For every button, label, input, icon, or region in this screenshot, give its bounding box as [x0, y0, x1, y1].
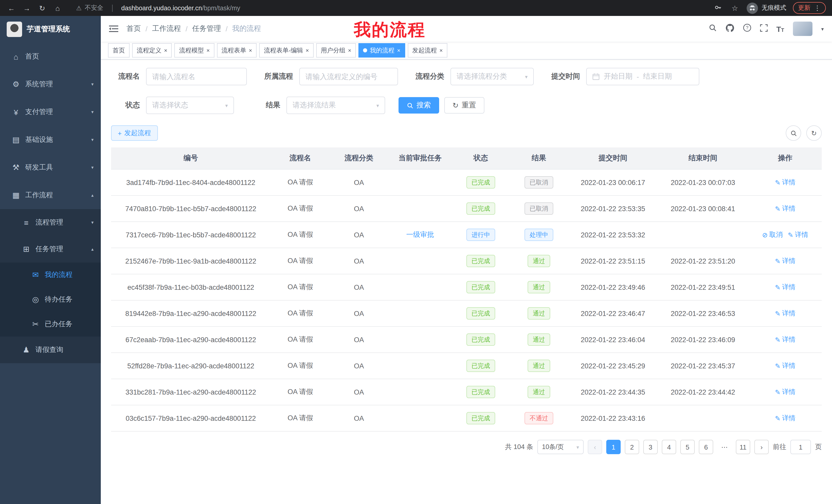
sidebar-item-devtools[interactable]: ⚒ 研发工具 ▾ [0, 153, 101, 181]
fullscreen-icon[interactable] [760, 24, 768, 34]
detail-link[interactable]: ✎详情 [775, 361, 796, 370]
current-task-link[interactable]: 一级审批 [406, 231, 434, 239]
reset-button[interactable]: ↻ 重置 [444, 97, 484, 114]
breadcrumb-workflow[interactable]: 工作流程 [152, 24, 181, 33]
result-badge: 已取消 [524, 176, 553, 189]
sidebar-item-my-process[interactable]: ✉ 我的流程 [0, 262, 101, 287]
result-select[interactable]: 请选择流结果 ▾ [286, 96, 385, 114]
page-button-11[interactable]: 11 [736, 440, 750, 454]
page-button-5[interactable]: 5 [680, 440, 695, 454]
bookmark-star-icon[interactable]: ☆ [730, 4, 740, 12]
close-icon[interactable]: × [439, 47, 443, 53]
close-icon[interactable]: × [397, 47, 400, 53]
page-button-1[interactable]: 1 [606, 440, 621, 454]
column-header-category: 流程分类 [330, 147, 388, 169]
main-content: 流程名 所属流程 流程分类 请选择流程分类 ▾ 提交时间 [101, 59, 832, 504]
search-icon[interactable] [708, 24, 717, 34]
close-icon[interactable]: × [348, 47, 352, 53]
url-host: dashboard.yudao.iocoder.cn [121, 4, 202, 11]
security-indicator[interactable]: ⚠ 不安全 [76, 4, 103, 12]
logo[interactable]: 芋道管理系统 [0, 16, 101, 43]
process-name-input[interactable] [146, 68, 247, 85]
refresh-table-icon[interactable]: ↻ [806, 125, 822, 141]
breadcrumb-current: 我的流程 [232, 24, 261, 33]
next-page-button[interactable]: › [754, 440, 769, 454]
browser-menu-icon[interactable]: ⋮ [814, 4, 821, 12]
table-row: 52ffd28e-7b9a-11ec-a290-acde48001122 OA … [111, 353, 822, 379]
detail-link[interactable]: ✎详情 [775, 283, 796, 292]
detail-link[interactable]: ✎详情 [775, 204, 796, 213]
chevron-down-icon: ▾ [91, 82, 94, 87]
font-size-icon[interactable]: TT [776, 24, 784, 33]
close-icon[interactable]: × [206, 47, 210, 53]
process-def-input[interactable] [299, 68, 398, 85]
forward-icon[interactable]: → [22, 4, 32, 12]
sidebar-item-process-management[interactable]: ≡ 流程管理 ▾ [0, 209, 101, 236]
back-icon[interactable]: ← [6, 4, 17, 12]
start-process-button[interactable]: + 发起流程 [111, 125, 158, 141]
red-annotation-title: 我的流程 [354, 19, 426, 41]
close-icon[interactable]: × [249, 47, 252, 53]
detail-link[interactable]: ✎详情 [775, 178, 796, 187]
sidebar-item-payment[interactable]: ¥ 支付管理 ▾ [0, 98, 101, 126]
page-button-3[interactable]: 3 [643, 440, 658, 454]
sidebar-item-task-management[interactable]: ⊞ 任务管理 ▴ [0, 236, 101, 262]
sidebar-item-todo-tasks[interactable]: ◎ 待办任务 [0, 287, 101, 312]
breadcrumb-task-management[interactable]: 任务管理 [192, 24, 221, 33]
tab-user-group[interactable]: 用户分组× [316, 43, 356, 58]
key-icon[interactable] [713, 3, 723, 12]
search-button[interactable]: 搜索 [398, 97, 439, 114]
tab-process-form-edit[interactable]: 流程表单-编辑× [259, 43, 314, 58]
tab-start-process[interactable]: 发起流程× [408, 43, 447, 58]
sidebar-item-home[interactable]: ⌂ 首页 [0, 43, 101, 71]
edit-icon: ✎ [775, 178, 781, 186]
detail-link[interactable]: ✎详情 [775, 309, 796, 318]
sidebar-item-system[interactable]: ⚙ 系统管理 ▾ [0, 71, 101, 98]
address-bar[interactable]: dashboard.yudao.iocoder.cn/bpm/task/my [121, 4, 240, 11]
tab-process-form[interactable]: 流程表单× [217, 43, 257, 58]
date-range-picker[interactable]: 开始日期 - 结束日期 [586, 68, 699, 85]
home-icon[interactable]: ⌂ [52, 4, 63, 12]
cell-id: 7317cec6-7b9b-11ec-b5b7-acde48001122 [111, 222, 270, 248]
toggle-search-icon[interactable] [786, 125, 801, 141]
detail-link[interactable]: ✎详情 [775, 414, 796, 423]
tab-home[interactable]: 首页 [108, 43, 130, 58]
sidebar-item-leave-query[interactable]: ♟ 请假查询 [0, 337, 101, 363]
detail-link[interactable]: ✎详情 [775, 387, 796, 397]
detail-link[interactable]: ✎详情 [788, 230, 808, 240]
category-select[interactable]: 请选择流程分类 ▾ [450, 68, 534, 85]
close-icon[interactable]: × [306, 47, 309, 53]
column-header-actions: 操作 [749, 147, 822, 169]
tab-process-definition[interactable]: 流程定义× [132, 43, 172, 58]
more-pages-icon[interactable]: ⋯ [717, 440, 732, 454]
cell-submit-time: 2022-01-22 23:53:35 [569, 195, 657, 222]
goto-page-input[interactable] [790, 440, 811, 454]
avatar[interactable] [793, 22, 812, 36]
page-button-6[interactable]: 6 [699, 440, 713, 454]
collapse-sidebar-icon[interactable] [109, 25, 118, 33]
close-icon[interactable]: × [164, 47, 167, 53]
page-button-2[interactable]: 2 [625, 440, 639, 454]
tab-label: 流程定义 [137, 46, 161, 55]
detail-link[interactable]: ✎详情 [775, 256, 796, 265]
sidebar-item-workflow[interactable]: ▦ 工作流程 ▴ [0, 181, 101, 209]
reload-icon[interactable]: ↻ [37, 4, 47, 12]
page-button-4[interactable]: 4 [662, 440, 676, 454]
tab-my-process[interactable]: 我的流程× [358, 43, 405, 58]
prev-page-button[interactable]: ‹ [588, 440, 602, 454]
tab-process-model[interactable]: 流程模型× [175, 43, 214, 58]
sidebar-item-done-tasks[interactable]: ✂ 已办任务 [0, 312, 101, 337]
github-icon[interactable] [725, 23, 734, 34]
help-icon[interactable]: ? [743, 24, 751, 34]
cell-end-time: 2022-01-22 23:49:51 [657, 274, 749, 300]
chevron-down-icon[interactable]: ▾ [821, 26, 824, 32]
breadcrumb-home[interactable]: 首页 [127, 24, 141, 33]
status-select[interactable]: 请选择状态 ▾ [146, 96, 234, 114]
detail-link[interactable]: ✎详情 [775, 335, 796, 344]
search-label: 搜索 [417, 101, 431, 110]
update-browser-button[interactable]: 更新 ⋮ [793, 2, 826, 14]
sidebar-item-infrastructure[interactable]: ▤ 基础设施 ▾ [0, 126, 101, 153]
page-size-select[interactable]: 10条/页 ▾ [537, 440, 583, 454]
cell-id: 3ad174fb-7b9d-11ec-8404-acde48001122 [111, 169, 270, 195]
cancel-link[interactable]: ⊘取消 [762, 230, 783, 240]
